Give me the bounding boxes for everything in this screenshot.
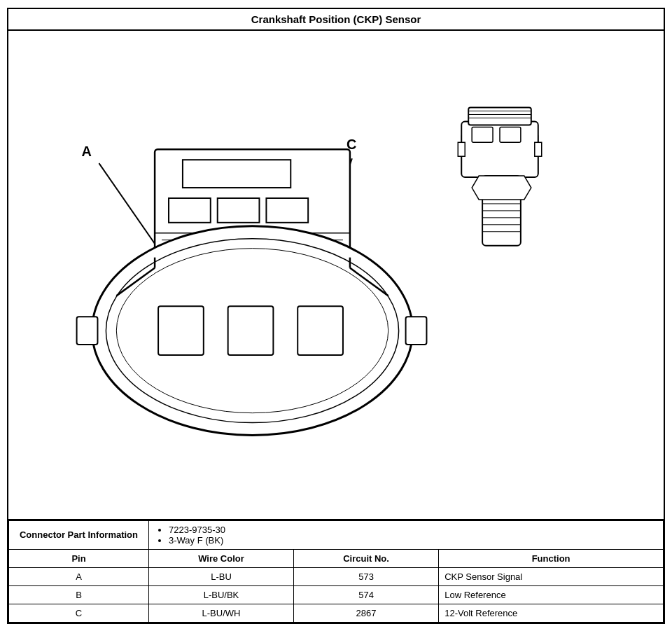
main-container: Crankshaft Position (CKP) Sensor A C xyxy=(7,8,665,624)
circuit-c: 2867 xyxy=(293,604,438,622)
table-row: C L-BU/WH 2867 12-Volt Reference xyxy=(9,604,664,622)
svg-rect-4 xyxy=(169,197,211,222)
connector-info-row: Connector Part Information 7223-9735-30 … xyxy=(9,520,664,549)
pin-c: C xyxy=(9,604,149,622)
function-c: 12-Volt Reference xyxy=(439,604,664,622)
svg-rect-26 xyxy=(500,127,521,142)
wire-color-b: L-BU/BK xyxy=(149,585,294,604)
svg-rect-43 xyxy=(535,142,542,156)
header-pin: Pin xyxy=(9,549,149,567)
svg-rect-16 xyxy=(158,306,204,355)
pin-b: B xyxy=(9,585,149,604)
svg-rect-6 xyxy=(266,197,308,222)
header-wire-color: Wire Color xyxy=(149,549,294,567)
connector-diagram: A C xyxy=(8,31,664,519)
sensor-3d-image xyxy=(458,107,541,245)
part-number-1: 7223-9735-30 xyxy=(169,525,657,535)
table-row: A L-BU 573 CKP Sensor Signal xyxy=(9,567,664,585)
function-a: CKP Sensor Signal xyxy=(439,567,664,585)
svg-rect-17 xyxy=(228,306,274,355)
svg-rect-24 xyxy=(468,107,531,125)
part-numbers-cell: 7223-9735-30 3-Way F (BK) xyxy=(149,520,664,549)
connector-info-label: Connector Part Information xyxy=(9,520,149,549)
svg-rect-5 xyxy=(218,197,260,222)
svg-rect-18 xyxy=(298,306,343,355)
label-a: A xyxy=(82,144,92,159)
svg-rect-15 xyxy=(406,317,427,345)
svg-rect-25 xyxy=(472,127,493,142)
part-number-2: 3-Way F (BK) xyxy=(169,535,657,546)
wire-color-c: L-BU/WH xyxy=(149,604,294,622)
header-function: Function xyxy=(439,549,664,567)
circuit-a: 573 xyxy=(293,567,438,585)
wire-color-a: L-BU xyxy=(149,567,294,585)
header-circuit-no: Circuit No. xyxy=(293,549,438,567)
diagram-area: A C xyxy=(8,31,664,520)
connector-table: Connector Part Information 7223-9735-30 … xyxy=(8,520,664,623)
svg-rect-14 xyxy=(77,317,98,345)
svg-rect-3 xyxy=(183,160,290,188)
part-numbers-list: 7223-9735-30 3-Way F (BK) xyxy=(155,525,657,546)
page-title: Crankshaft Position (CKP) Sensor xyxy=(8,9,664,31)
svg-marker-36 xyxy=(472,176,531,200)
svg-rect-42 xyxy=(458,142,465,156)
table-row: B L-BU/BK 574 Low Reference xyxy=(9,585,664,604)
circuit-b: 574 xyxy=(293,585,438,604)
table-header-row: Pin Wire Color Circuit No. Function xyxy=(9,549,664,567)
pin-a: A xyxy=(9,567,149,585)
function-b: Low Reference xyxy=(439,585,664,604)
